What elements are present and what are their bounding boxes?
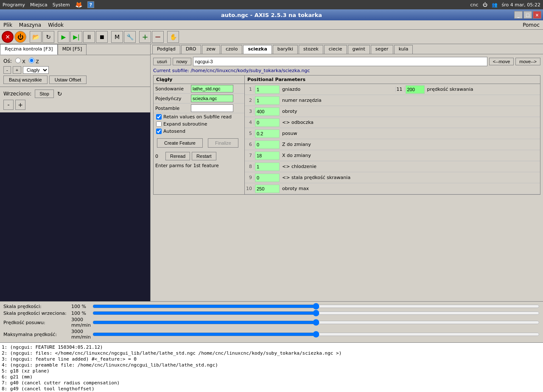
postamble-input[interactable] (191, 104, 233, 112)
run-button[interactable]: ▶ (58, 31, 70, 43)
jog-plus-button[interactable]: + (13, 66, 21, 74)
axis-z-radio[interactable] (29, 58, 34, 63)
app-menu-programy[interactable]: Programy (3, 2, 25, 8)
pojedynczy-input[interactable] (191, 95, 233, 102)
app-menu-system[interactable]: System (53, 2, 70, 8)
menu-widok[interactable]: Widok (45, 21, 67, 29)
create-feature-button[interactable]: Create Feature (157, 138, 203, 148)
tab-bar: Podgląd DRO zew czolo sciezka barylki st… (151, 44, 543, 54)
power-button[interactable]: ⏻ (14, 31, 26, 43)
tab-reczna-kontrola[interactable]: Ręczna kontrola [F3] (0, 44, 58, 55)
autosend-checkbox[interactable] (156, 129, 162, 134)
param-num-2: 3 (245, 109, 254, 114)
plus-button[interactable]: + (139, 31, 151, 43)
tab-kula[interactable]: kula (394, 45, 413, 54)
table-area: Ciągły Sondowanie Pojedyńczy Postamble (153, 75, 540, 195)
menu-maszyna[interactable]: Maszyna (16, 21, 45, 29)
spindle-plus-button[interactable]: + (15, 100, 25, 110)
delete-button[interactable]: usuń (153, 58, 171, 65)
tool-button[interactable]: 🔧 (124, 31, 136, 43)
menu-pomoc[interactable]: Pomoc (519, 21, 543, 29)
param-val-6[interactable] (255, 151, 280, 160)
firefox-icon[interactable]: 🦊 (75, 1, 82, 8)
tab-ciecie[interactable]: ciecie (324, 45, 347, 54)
expand-row: Expand subroutine (154, 120, 244, 128)
power-icon: ⏻ (483, 2, 487, 8)
tab-czolo[interactable]: czolo (221, 45, 242, 54)
param-val-2[interactable] (255, 107, 280, 116)
spindle-speed-slider[interactable] (92, 310, 540, 316)
param-val-3[interactable] (255, 118, 280, 127)
restart-button[interactable]: Restart (192, 152, 216, 160)
param-desc-6: X do zmiany (280, 153, 540, 158)
step-button[interactable]: ▶| (70, 31, 82, 43)
axis-z-label[interactable]: Z (29, 58, 39, 64)
new-button[interactable]: nowy (173, 58, 191, 65)
open-button[interactable]: 📂 (30, 31, 42, 43)
feed-row: Prędkość posuwu: 3000 mm/min (3, 317, 540, 328)
tab-dro[interactable]: DRO (181, 45, 201, 54)
tab-mdi[interactable]: MDI [F5] (58, 44, 87, 55)
tab-zew[interactable]: zew (202, 45, 221, 54)
log-line-1: 2: (ngcgui: files: </home/cnc/linuxcnc/n… (2, 350, 541, 356)
param-desc-4: posuw (280, 131, 540, 136)
max-speed-value: 3000 mm/min (71, 329, 92, 340)
reread-button[interactable]: Reread (165, 152, 190, 160)
tab-barylki[interactable]: barylki (273, 45, 298, 54)
minus-button[interactable]: − (152, 31, 164, 43)
set-offset-button[interactable]: Ustaw Offset (49, 76, 87, 84)
log-line-0: 1: (ngcgui: FEATURE 150304:05.21.12) (2, 344, 541, 350)
window-title: auto.ngc - AXIS 2.5.3 na tokarka (221, 12, 322, 18)
axis-x-label[interactable]: X (15, 58, 25, 64)
reload-button[interactable]: ↻ (42, 31, 54, 43)
mdi-button[interactable]: M (111, 31, 123, 43)
axis-x-radio[interactable] (15, 58, 21, 63)
content-btn-row: usuń nowy <--move move--> (153, 57, 540, 66)
app-menu-miejsca[interactable]: Miejsca (30, 2, 48, 8)
tab-seger[interactable]: seger (371, 45, 393, 54)
move-left-button[interactable]: <--move (489, 58, 514, 65)
panel-tabs: Ręczna kontrola [F3] MDI [F5] (0, 44, 150, 55)
minimize-button[interactable]: _ (514, 11, 523, 19)
stop-button-spindle[interactable]: Stop (35, 90, 54, 98)
pause-button[interactable]: ⏸ (83, 31, 95, 43)
tab-sciezka[interactable]: sciezka (243, 45, 272, 54)
param-val-9[interactable] (255, 185, 280, 193)
jog-mode-select[interactable]: Ciągły (23, 66, 49, 74)
jog-minus-button[interactable]: - (3, 66, 11, 74)
param-val-8[interactable] (255, 174, 280, 182)
feed-slider[interactable] (92, 319, 540, 325)
velocity-row: Skala prędkości: 100 % (3, 303, 540, 309)
estop-button[interactable]: ✕ (2, 31, 14, 43)
menu-plik[interactable]: Plik (0, 21, 16, 29)
velocity-slider[interactable] (92, 303, 540, 309)
pojedynczy-row: Pojedyńczy (154, 94, 244, 104)
help-icon[interactable]: ? (87, 1, 94, 8)
max-speed-slider[interactable] (92, 331, 540, 337)
spindle-rotation-icon[interactable]: ↻ (57, 90, 62, 97)
param-val-4[interactable] (255, 129, 280, 138)
spindle-minus-button[interactable]: - (3, 100, 14, 110)
tab-podglad[interactable]: Podgląd (152, 45, 180, 54)
retain-checkbox[interactable] (156, 114, 162, 120)
param-val-7[interactable] (255, 162, 280, 171)
sondowanie-input[interactable] (191, 85, 233, 92)
maximize-button[interactable]: □ (523, 11, 532, 19)
param-val-5[interactable] (255, 140, 280, 149)
name-input[interactable] (193, 57, 487, 66)
expand-checkbox[interactable] (156, 121, 162, 127)
stop-button[interactable]: ⏹ (96, 31, 108, 43)
finalize-button[interactable]: Finalize (208, 138, 238, 148)
tab-gwint[interactable]: gwint (348, 45, 370, 54)
param-val-0[interactable] (255, 85, 280, 94)
param-row-1: 2 numer narzędzia (245, 95, 540, 106)
param-extra-val-0[interactable] (406, 85, 425, 94)
move-right-button[interactable]: move--> (515, 58, 540, 65)
tab-stozek[interactable]: stozek (299, 45, 323, 54)
base-all-button[interactable]: Bazuj wszystkie (3, 76, 48, 84)
touch-button[interactable]: ✋ (167, 31, 179, 43)
log-line-7: 8: g49 (cancel tool lengthoffset) (2, 386, 541, 392)
param-val-1[interactable] (255, 96, 280, 105)
close-button[interactable]: × (533, 11, 541, 19)
bottom-row: 0 Reread Restart (154, 151, 244, 161)
